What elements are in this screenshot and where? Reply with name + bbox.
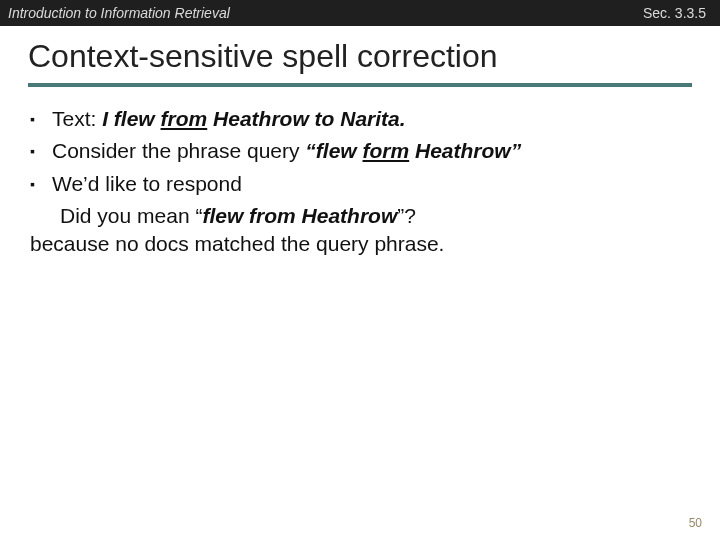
slide: Introduction to Information Retrieval Se… [0,0,720,540]
slide-title: Context-sensitive spell correction [28,38,692,75]
b1-ital-mid: Heathrow to Narita. [207,107,405,130]
bullet-1: ▪ Text: I flew from Heathrow to Narita. [30,105,690,133]
header-bar: Introduction to Information Retrieval Se… [0,0,720,26]
l4-pre: Did you mean [60,204,195,227]
bullet-2: ▪ Consider the phrase query “flew form H… [30,137,690,165]
b2-ital2: Heathrow [409,139,511,162]
b2-qopen: “ [305,139,316,162]
l4-ital: flew from Heathrow [202,204,397,227]
bullet-3-text: We’d like to respond [52,170,690,198]
b1-ital-pre: I flew [102,107,160,130]
line-4: Did you mean “flew from Heathrow”? [60,202,690,230]
page-number: 50 [689,516,702,530]
b1-pre: Text: [52,107,102,130]
b2-pre: Consider the phrase query [52,139,305,162]
bullet-3: ▪ We’d like to respond [30,170,690,198]
b2-form: form [363,139,410,162]
l4-post: ? [404,204,416,227]
line-5: because no docs matched the query phrase… [30,230,690,258]
b2-ital1: flew [316,139,363,162]
title-wrap: Context-sensitive spell correction [0,26,720,79]
b1-from: from [161,107,208,130]
bullet-2-text: Consider the phrase query “flew form Hea… [52,137,690,165]
bullet-1-text: Text: I flew from Heathrow to Narita. [52,105,690,133]
body: ▪ Text: I flew from Heathrow to Narita. … [0,87,720,259]
bullet-mark-icon: ▪ [30,105,52,133]
header-section: Sec. 3.3.5 [643,5,706,21]
bullet-mark-icon: ▪ [30,170,52,198]
bullet-mark-icon: ▪ [30,137,52,165]
header-left: Introduction to Information Retrieval [8,5,230,21]
b2-qclose: ” [511,139,522,162]
